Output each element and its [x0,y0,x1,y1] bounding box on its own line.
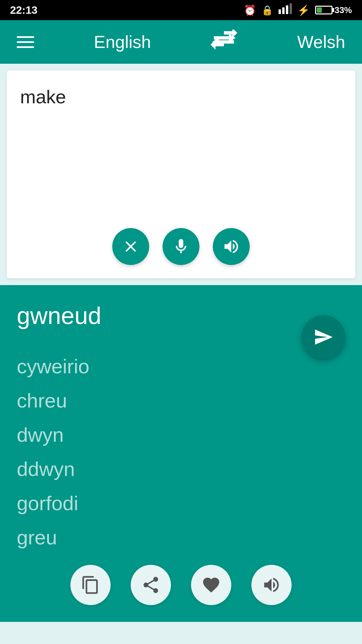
copy-icon [81,575,100,595]
alarm-icon: ⏰ [244,4,256,16]
svg-rect-3 [290,3,292,14]
svg-rect-0 [279,9,281,14]
share-icon [141,575,161,595]
source-language[interactable]: English [94,32,151,52]
translate-button[interactable] [302,315,345,359]
result-secondary: cyweirio chreu dwyn ddwyn gorfodi greu [17,350,345,555]
favorite-button[interactable] [191,565,231,605]
status-time: 22:13 [10,4,38,16]
speak-button[interactable] [213,228,250,265]
svg-rect-2 [286,5,288,14]
header: English Welsh [0,20,362,64]
sound-result-button[interactable] [251,565,292,605]
bottom-actions [70,565,292,605]
microphone-icon [172,237,190,256]
menu-line-2 [17,41,34,43]
list-item: cyweirio [17,350,345,384]
input-actions [112,228,250,265]
input-area: make [7,70,355,278]
svg-rect-1 [282,7,285,14]
sim-icon: 🔒 [261,5,273,16]
battery-text: 33% [335,5,352,15]
heart-icon [201,575,221,595]
clear-icon [122,237,140,256]
result-primary: gwneud [17,302,345,329]
list-item: chreu [17,384,345,418]
menu-button[interactable] [17,36,34,48]
battery-indicator: 33% [315,5,352,15]
list-item: ddwyn [17,452,345,486]
status-icons: ⏰ 🔒 ⚡ 33% [244,3,352,17]
copy-button[interactable] [70,565,111,605]
target-language[interactable]: Welsh [297,32,345,52]
share-button[interactable] [131,565,171,605]
signal-icon [279,3,292,17]
microphone-button[interactable] [163,228,199,265]
status-bar: 22:13 ⏰ 🔒 ⚡ 33% [0,0,362,20]
list-item: gorfodi [17,486,345,521]
swap-languages-button[interactable] [210,30,237,54]
menu-line-1 [17,36,34,38]
menu-line-3 [17,46,34,48]
charging-icon: ⚡ [297,4,310,16]
send-icon [313,327,334,347]
list-item: greu [17,521,345,555]
input-text[interactable]: make [20,84,342,110]
speak-icon [222,237,240,256]
clear-button[interactable] [112,228,149,265]
list-item: dwyn [17,418,345,452]
volume-icon [262,575,281,595]
